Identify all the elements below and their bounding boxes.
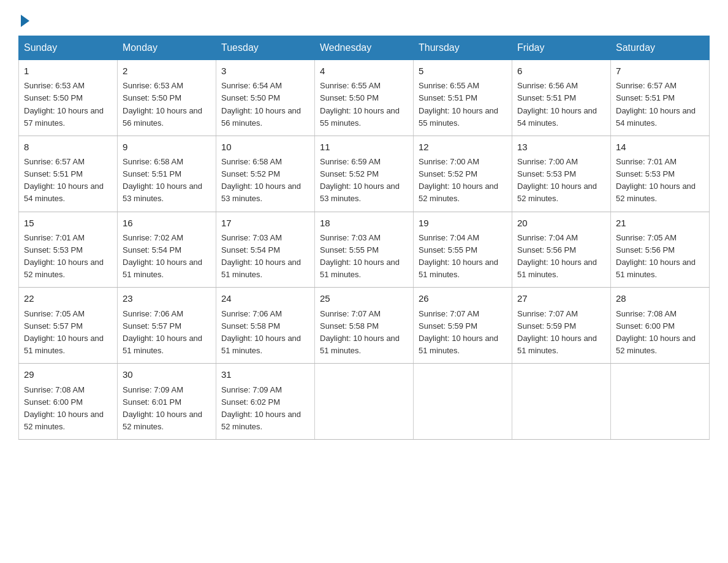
sunset-text: Sunset: 5:56 PM: [517, 245, 576, 255]
sunset-text: Sunset: 5:53 PM: [517, 169, 576, 178]
day-number: 18: [320, 216, 408, 230]
calendar-cell: 7Sunrise: 6:57 AMSunset: 5:51 PMDaylight…: [611, 60, 710, 136]
week-row-5: 29Sunrise: 7:08 AMSunset: 6:00 PMDayligh…: [19, 364, 710, 440]
calendar-cell: 31Sunrise: 7:09 AMSunset: 6:02 PMDayligh…: [216, 364, 315, 440]
calendar-cell: 21Sunrise: 7:05 AMSunset: 5:56 PMDayligh…: [611, 212, 710, 288]
header-monday: Monday: [118, 36, 216, 60]
day-number: 19: [419, 216, 507, 230]
daylight-text: Daylight: 10 hours and 52 minutes.: [221, 410, 301, 431]
sunrise-text: Sunrise: 7:02 AM: [123, 233, 183, 242]
sunrise-text: Sunrise: 7:03 AM: [221, 233, 282, 242]
header-thursday: Thursday: [414, 36, 512, 60]
sunrise-text: Sunrise: 6:58 AM: [221, 157, 282, 166]
sunset-text: Sunset: 5:51 PM: [24, 169, 83, 178]
calendar-cell: 18Sunrise: 7:03 AMSunset: 5:55 PMDayligh…: [315, 212, 414, 288]
sunset-text: Sunset: 5:50 PM: [24, 93, 83, 102]
day-number: 25: [320, 291, 408, 305]
day-number: 7: [616, 64, 704, 78]
day-number: 1: [24, 64, 112, 78]
sunset-text: Sunset: 5:52 PM: [221, 169, 280, 178]
calendar-cell: 23Sunrise: 7:06 AMSunset: 5:57 PMDayligh…: [118, 288, 216, 364]
daylight-text: Daylight: 10 hours and 51 minutes.: [517, 334, 597, 355]
header-friday: Friday: [512, 36, 611, 60]
calendar-cell: 5Sunrise: 6:55 AMSunset: 5:51 PMDaylight…: [414, 60, 512, 136]
day-number: 14: [616, 140, 704, 154]
week-row-1: 1Sunrise: 6:53 AMSunset: 5:50 PMDaylight…: [19, 60, 710, 136]
calendar-cell: 30Sunrise: 7:09 AMSunset: 6:01 PMDayligh…: [118, 364, 216, 440]
calendar-cell: 16Sunrise: 7:02 AMSunset: 5:54 PMDayligh…: [118, 212, 216, 288]
header-wednesday: Wednesday: [315, 36, 414, 60]
calendar-cell: 13Sunrise: 7:00 AMSunset: 5:53 PMDayligh…: [512, 136, 611, 212]
sunrise-text: Sunrise: 7:01 AM: [24, 233, 85, 242]
day-number: 24: [221, 291, 309, 305]
week-row-2: 8Sunrise: 6:57 AMSunset: 5:51 PMDaylight…: [19, 136, 710, 212]
daylight-text: Daylight: 10 hours and 51 minutes.: [517, 258, 597, 279]
logo: [18, 12, 29, 25]
sunset-text: Sunset: 5:55 PM: [320, 245, 379, 255]
daylight-text: Daylight: 10 hours and 56 minutes.: [221, 106, 301, 128]
calendar-cell: 3Sunrise: 6:54 AMSunset: 5:50 PMDaylight…: [216, 60, 315, 136]
day-number: 6: [517, 64, 605, 78]
day-number: 30: [123, 367, 211, 381]
calendar-cell: 17Sunrise: 7:03 AMSunset: 5:54 PMDayligh…: [216, 212, 315, 288]
calendar-cell: 28Sunrise: 7:08 AMSunset: 6:00 PMDayligh…: [611, 288, 710, 364]
calendar-cell: 11Sunrise: 6:59 AMSunset: 5:52 PMDayligh…: [315, 136, 414, 212]
calendar-cell: 12Sunrise: 7:00 AMSunset: 5:52 PMDayligh…: [414, 136, 512, 212]
day-number: 17: [221, 216, 309, 230]
sunset-text: Sunset: 5:58 PM: [221, 321, 280, 331]
sunrise-text: Sunrise: 6:57 AM: [24, 157, 85, 166]
daylight-text: Daylight: 10 hours and 51 minutes.: [616, 258, 696, 279]
logo-arrow-icon: [21, 15, 29, 27]
sunrise-text: Sunrise: 6:55 AM: [320, 81, 381, 90]
daylight-text: Daylight: 10 hours and 54 minutes.: [517, 106, 597, 128]
sunrise-text: Sunrise: 7:05 AM: [616, 233, 677, 242]
sunrise-text: Sunrise: 6:54 AM: [221, 81, 282, 90]
sunrise-text: Sunrise: 7:00 AM: [419, 157, 479, 166]
day-number: 10: [221, 140, 309, 154]
calendar-cell: 14Sunrise: 7:01 AMSunset: 5:53 PMDayligh…: [611, 136, 710, 212]
day-number: 3: [221, 64, 309, 78]
daylight-text: Daylight: 10 hours and 52 minutes.: [616, 334, 696, 355]
daylight-text: Daylight: 10 hours and 51 minutes.: [221, 334, 301, 355]
calendar-cell: 4Sunrise: 6:55 AMSunset: 5:50 PMDaylight…: [315, 60, 414, 136]
daylight-text: Daylight: 10 hours and 52 minutes.: [419, 182, 498, 203]
sunrise-text: Sunrise: 7:05 AM: [24, 309, 85, 318]
day-number: 13: [517, 140, 605, 154]
day-number: 23: [123, 291, 211, 305]
calendar-cell: 2Sunrise: 6:53 AMSunset: 5:50 PMDaylight…: [118, 60, 216, 136]
daylight-text: Daylight: 10 hours and 52 minutes.: [24, 410, 104, 431]
day-number: 27: [517, 291, 605, 305]
sunrise-text: Sunrise: 6:53 AM: [24, 81, 85, 90]
calendar-body: 1Sunrise: 6:53 AMSunset: 5:50 PMDaylight…: [19, 60, 710, 440]
daylight-text: Daylight: 10 hours and 52 minutes.: [616, 182, 696, 203]
daylight-text: Daylight: 10 hours and 53 minutes.: [221, 182, 301, 203]
day-number: 26: [419, 291, 507, 305]
day-number: 31: [221, 367, 309, 381]
calendar-cell: 9Sunrise: 6:58 AMSunset: 5:51 PMDaylight…: [118, 136, 216, 212]
calendar-cell: [414, 364, 512, 440]
daylight-text: Daylight: 10 hours and 51 minutes.: [419, 334, 498, 355]
sunrise-text: Sunrise: 6:59 AM: [320, 157, 381, 166]
calendar-cell: 1Sunrise: 6:53 AMSunset: 5:50 PMDaylight…: [19, 60, 118, 136]
sunset-text: Sunset: 5:57 PM: [24, 321, 83, 331]
sunset-text: Sunset: 5:54 PM: [123, 245, 181, 255]
daylight-text: Daylight: 10 hours and 51 minutes.: [24, 334, 104, 355]
sunset-text: Sunset: 5:50 PM: [221, 93, 280, 102]
daylight-text: Daylight: 10 hours and 53 minutes.: [320, 182, 400, 203]
calendar-cell: 26Sunrise: 7:07 AMSunset: 5:59 PMDayligh…: [414, 288, 512, 364]
page-header: [18, 12, 710, 25]
calendar-cell: 20Sunrise: 7:04 AMSunset: 5:56 PMDayligh…: [512, 212, 611, 288]
daylight-text: Daylight: 10 hours and 51 minutes.: [320, 334, 400, 355]
daylight-text: Daylight: 10 hours and 52 minutes.: [517, 182, 597, 203]
header-tuesday: Tuesday: [216, 36, 315, 60]
sunset-text: Sunset: 6:01 PM: [123, 397, 181, 407]
day-number: 15: [24, 216, 112, 230]
sunset-text: Sunset: 5:52 PM: [419, 169, 477, 178]
day-number: 16: [123, 216, 211, 230]
calendar-cell: [611, 364, 710, 440]
calendar-cell: 6Sunrise: 6:56 AMSunset: 5:51 PMDaylight…: [512, 60, 611, 136]
daylight-text: Daylight: 10 hours and 54 minutes.: [616, 106, 696, 128]
sunset-text: Sunset: 5:56 PM: [616, 245, 675, 255]
week-row-3: 15Sunrise: 7:01 AMSunset: 5:53 PMDayligh…: [19, 212, 710, 288]
day-number: 28: [616, 291, 704, 305]
